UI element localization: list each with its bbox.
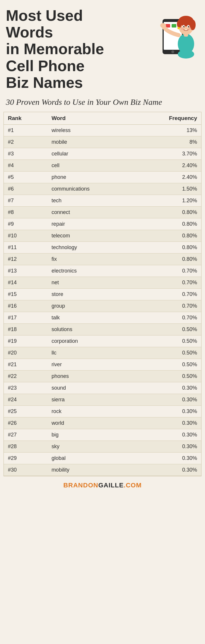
cell-word: mobile bbox=[47, 136, 134, 148]
cell-frequency: 0.30% bbox=[134, 417, 201, 429]
cell-frequency: 0.70% bbox=[134, 265, 201, 277]
cell-rank: #23 bbox=[4, 382, 47, 394]
svg-point-19 bbox=[188, 27, 191, 30]
cell-rank: #29 bbox=[4, 453, 47, 464]
table-row: #15store0.70% bbox=[4, 289, 201, 300]
cell-word: mobility bbox=[47, 464, 134, 476]
cell-frequency: 2.40% bbox=[134, 160, 201, 172]
svg-point-20 bbox=[160, 23, 166, 28]
cell-word: rock bbox=[47, 406, 134, 417]
cell-frequency: 0.30% bbox=[134, 464, 201, 476]
cell-frequency: 0.30% bbox=[134, 406, 201, 417]
table-row: #25rock0.30% bbox=[4, 406, 201, 417]
table-row: #8connect0.80% bbox=[4, 207, 201, 218]
cell-rank: #5 bbox=[4, 172, 47, 183]
table-row: #14net0.70% bbox=[4, 277, 201, 289]
table-row: #28sky0.30% bbox=[4, 441, 201, 453]
cell-word: communications bbox=[47, 183, 134, 195]
page-container: Most Used Words in Memorable Cell Phone … bbox=[0, 0, 205, 493]
table-row: #5phone2.40% bbox=[4, 172, 201, 183]
cell-word: group bbox=[47, 300, 134, 312]
cell-frequency: 0.70% bbox=[134, 300, 201, 312]
title-line4: Biz Names bbox=[6, 74, 83, 91]
cell-frequency: 0.50% bbox=[134, 324, 201, 335]
table-row: #20llc0.50% bbox=[4, 347, 201, 359]
cell-word: world bbox=[47, 417, 134, 429]
cell-frequency: 0.70% bbox=[134, 312, 201, 324]
cell-frequency: 0.50% bbox=[134, 359, 201, 371]
cell-word: phone bbox=[47, 172, 134, 183]
cell-rank: #7 bbox=[4, 195, 47, 207]
cell-rank: #15 bbox=[4, 289, 47, 300]
cell-rank: #22 bbox=[4, 371, 47, 382]
cell-frequency: 0.30% bbox=[134, 441, 201, 453]
cell-word: talk bbox=[47, 312, 134, 324]
cell-word: big bbox=[47, 429, 134, 441]
cell-word: solutions bbox=[47, 324, 134, 335]
data-table-container: Rank Word Frequency #1wireless13%#2mobil… bbox=[4, 112, 201, 476]
table-row: #23sound0.30% bbox=[4, 382, 201, 394]
cell-word: cell bbox=[47, 160, 134, 172]
cell-rank: #19 bbox=[4, 335, 47, 347]
cell-frequency: 0.80% bbox=[134, 218, 201, 230]
cell-rank: #27 bbox=[4, 429, 47, 441]
svg-point-16 bbox=[184, 26, 184, 27]
cell-frequency: 0.80% bbox=[134, 230, 201, 242]
header-illustration bbox=[138, 3, 202, 61]
cell-rank: #12 bbox=[4, 254, 47, 265]
cell-word: store bbox=[47, 289, 134, 300]
table-row: #29global0.30% bbox=[4, 453, 201, 464]
cell-frequency: 0.70% bbox=[134, 289, 201, 300]
cell-word: llc bbox=[47, 347, 134, 359]
cell-word: sound bbox=[47, 382, 134, 394]
cell-frequency: 0.80% bbox=[134, 242, 201, 254]
footer-com: .COM bbox=[124, 482, 141, 489]
cell-frequency: 0.80% bbox=[134, 207, 201, 218]
cell-rank: #16 bbox=[4, 300, 47, 312]
table-row: #6communications1.50% bbox=[4, 183, 201, 195]
cell-rank: #3 bbox=[4, 148, 47, 160]
cell-rank: #9 bbox=[4, 218, 47, 230]
cell-rank: #17 bbox=[4, 312, 47, 324]
cell-rank: #24 bbox=[4, 394, 47, 406]
cell-rank: #10 bbox=[4, 230, 47, 242]
svg-point-11 bbox=[177, 20, 182, 28]
cell-rank: #6 bbox=[4, 183, 47, 195]
cell-rank: #30 bbox=[4, 464, 47, 476]
cell-word: corporation bbox=[47, 335, 134, 347]
table-row: #13electronics0.70% bbox=[4, 265, 201, 277]
cell-rank: #26 bbox=[4, 417, 47, 429]
table-row: #12fix0.80% bbox=[4, 254, 201, 265]
svg-point-18 bbox=[181, 27, 184, 30]
table-row: #22phones0.50% bbox=[4, 371, 201, 382]
cell-word: river bbox=[47, 359, 134, 371]
cell-frequency: 13% bbox=[134, 125, 201, 136]
cell-word: phones bbox=[47, 371, 134, 382]
column-frequency: Frequency bbox=[134, 112, 201, 125]
subtitle: 30 Proven Words to Use in Your Own Biz N… bbox=[0, 94, 176, 112]
table-row: #9repair0.80% bbox=[4, 218, 201, 230]
cell-word: sky bbox=[47, 441, 134, 453]
table-row: #26world0.30% bbox=[4, 417, 201, 429]
cell-rank: #25 bbox=[4, 406, 47, 417]
cell-rank: #1 bbox=[4, 125, 47, 136]
cell-frequency: 1.50% bbox=[134, 183, 201, 195]
table-row: #17talk0.70% bbox=[4, 312, 201, 324]
table-row: #21river0.50% bbox=[4, 359, 201, 371]
table-row: #18solutions0.50% bbox=[4, 324, 201, 335]
footer-brand-orange: BRANDON bbox=[63, 482, 98, 489]
svg-point-2 bbox=[171, 50, 174, 53]
cell-frequency: 0.50% bbox=[134, 335, 201, 347]
cell-rank: #11 bbox=[4, 242, 47, 254]
cell-frequency: 0.70% bbox=[134, 277, 201, 289]
table-row: #19corporation0.50% bbox=[4, 335, 201, 347]
cell-rank: #28 bbox=[4, 441, 47, 453]
column-rank: Rank bbox=[4, 112, 47, 125]
cell-word: global bbox=[47, 453, 134, 464]
table-row: #27big0.30% bbox=[4, 429, 201, 441]
table-header-row: Rank Word Frequency bbox=[4, 112, 201, 125]
cell-word: telecom bbox=[47, 230, 134, 242]
title-line2: in Memorable bbox=[6, 40, 104, 57]
title-line1: Most Used Words bbox=[6, 7, 83, 41]
cell-frequency: 8% bbox=[134, 136, 201, 148]
